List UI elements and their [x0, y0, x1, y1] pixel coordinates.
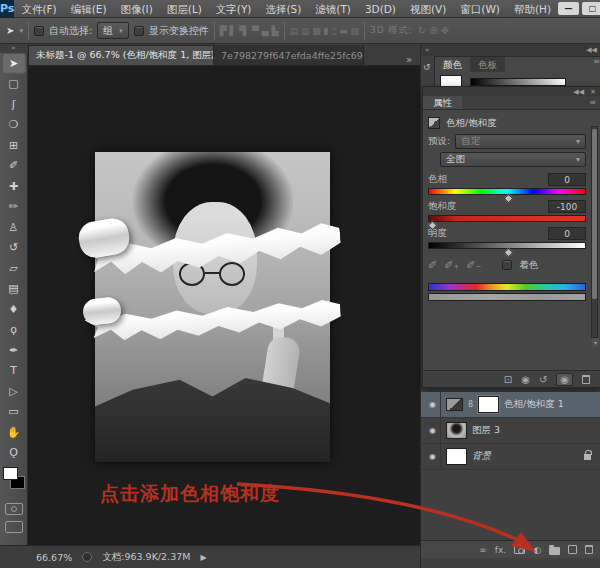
scrollbar-down-arrow-icon[interactable]: ▾: [592, 338, 599, 347]
subtract-sample-eyedropper-icon[interactable]: ✐₋: [466, 259, 481, 272]
dock-collapse-icon[interactable]: ◀◀: [586, 46, 597, 54]
healing-brush-tool[interactable]: ✚: [2, 176, 26, 197]
layer-mask-thumbnail[interactable]: [478, 396, 499, 413]
crop-tool[interactable]: ⊞: [2, 135, 26, 156]
visibility-eye-icon[interactable]: ◉: [556, 373, 573, 386]
tab-properties[interactable]: 属性: [423, 96, 462, 109]
marquee-tool[interactable]: ▢: [2, 74, 26, 95]
layer-visibility-eye-icon[interactable]: ◉: [425, 444, 441, 470]
panel-menu-icon[interactable]: ≡: [589, 96, 600, 109]
menu-file[interactable]: 文件(F): [14, 0, 63, 18]
scrollbar-thumb[interactable]: [592, 129, 597, 299]
layer-thumbnail[interactable]: [446, 448, 467, 465]
tab-swatches[interactable]: 色板: [470, 57, 505, 72]
previous-state-eye-icon[interactable]: ◉: [521, 374, 530, 385]
panel-dock: » ◀◀ ↺ 颜色 色板 ≡ ◀◀ ✕ 属性 ≡: [420, 44, 600, 568]
dodge-tool[interactable]: ϙ: [2, 320, 26, 341]
preset-value: 自定: [461, 135, 480, 148]
canvas-area[interactable]: [28, 66, 420, 545]
menu-select[interactable]: 选择(S): [258, 0, 308, 18]
sample-eyedropper-icon[interactable]: ✐: [428, 259, 437, 272]
type-tool[interactable]: T: [2, 361, 26, 382]
properties-scrollbar[interactable]: ▾: [591, 126, 598, 338]
add-sample-eyedropper-icon[interactable]: ✐₊: [444, 259, 459, 272]
add-layer-mask-icon[interactable]: [514, 545, 525, 554]
new-group-icon[interactable]: [549, 547, 560, 555]
link-layers-icon[interactable]: ∞: [479, 545, 487, 555]
lasso-tool[interactable]: ʃ: [2, 94, 26, 115]
layer-row-background[interactable]: ◉ 背景: [421, 444, 600, 470]
blur-tool[interactable]: ♦: [2, 299, 26, 320]
document-tab-inactive[interactable]: 7e798279f647efda4ffe25fc69ae3: [214, 45, 364, 65]
lightness-value-field[interactable]: 0: [548, 227, 586, 240]
menu-layer[interactable]: 图层(L): [160, 0, 209, 18]
lightness-slider[interactable]: [428, 242, 586, 249]
maximize-button[interactable]: □: [582, 2, 600, 15]
layer-name[interactable]: 背景: [472, 450, 491, 463]
menu-image[interactable]: 图像(I): [113, 0, 159, 18]
zoom-level[interactable]: 66.67%: [36, 552, 72, 563]
tool-preset-caret-icon[interactable]: ▾: [19, 27, 23, 35]
pen-tool[interactable]: ✒: [2, 340, 26, 361]
layer-row-layer-3[interactable]: ◉ 图层 3: [421, 418, 600, 444]
menu-type[interactable]: 文字(Y): [209, 0, 259, 18]
mask-link-icon[interactable]: 8: [468, 400, 473, 409]
colorize-checkbox[interactable]: [502, 260, 512, 270]
new-layer-icon[interactable]: [568, 545, 577, 554]
layer-style-fx-icon[interactable]: fx.: [495, 545, 506, 555]
toolbar-collapse-icon[interactable]: »: [0, 44, 28, 53]
tab-overflow-icon[interactable]: »: [406, 54, 420, 65]
menu-help[interactable]: 帮助(H): [507, 0, 558, 18]
tab-color[interactable]: 颜色: [435, 57, 470, 72]
adjustment-layer-thumbnail[interactable]: [446, 398, 463, 411]
layer-name[interactable]: 色相/饱和度 1: [504, 398, 564, 411]
layer-row-hue-saturation-1[interactable]: ◉ 8 色相/饱和度 1: [421, 392, 600, 418]
menu-view[interactable]: 视图(V): [403, 0, 453, 18]
hue-value-field[interactable]: 0: [548, 173, 586, 186]
status-menu-arrow-icon[interactable]: ▶: [200, 553, 206, 562]
move-tool[interactable]: ➤: [2, 53, 26, 74]
delete-adjustment-trash-icon[interactable]: [582, 375, 590, 384]
document-tab-active[interactable]: 未标题-1 @ 66.7% (色相/饱和度 1, 图层蒙版/8)* ×: [28, 45, 214, 65]
panel-close-icon[interactable]: ✕: [590, 88, 596, 96]
screen-mode-button[interactable]: [5, 521, 23, 533]
minimize-button[interactable]: —: [558, 2, 579, 15]
clone-stamp-tool[interactable]: ♙: [2, 217, 26, 238]
hand-tool[interactable]: ✋: [2, 422, 26, 443]
panel-menu-icon[interactable]: ≡: [593, 57, 600, 72]
hue-slider[interactable]: [428, 188, 586, 195]
reset-icon[interactable]: ↺: [539, 374, 547, 385]
gradient-tool[interactable]: ▤: [2, 279, 26, 300]
channel-dropdown[interactable]: 全图 ▾: [440, 152, 586, 167]
layer-name[interactable]: 图层 3: [472, 424, 500, 437]
show-transform-checkbox[interactable]: [134, 26, 144, 36]
preset-dropdown[interactable]: 自定 ▾: [455, 134, 586, 149]
brush-tool[interactable]: ✏: [2, 197, 26, 218]
new-adjustment-layer-icon[interactable]: ◐: [533, 545, 541, 555]
quick-mask-button[interactable]: [5, 503, 23, 515]
saturation-value-field[interactable]: -100: [548, 200, 586, 213]
clip-to-layer-icon[interactable]: ⊡: [504, 374, 512, 385]
path-selection-tool[interactable]: ▷: [2, 381, 26, 402]
history-brush-tool[interactable]: ↺: [2, 238, 26, 259]
delete-layer-trash-icon[interactable]: [585, 545, 593, 554]
menu-window[interactable]: 窗口(W): [453, 0, 507, 18]
menu-3d[interactable]: 3D(D): [358, 0, 403, 18]
auto-select-target-dropdown[interactable]: 组 ▾: [97, 22, 129, 39]
auto-select-checkbox[interactable]: [34, 26, 44, 36]
menu-filter[interactable]: 滤镜(T): [308, 0, 358, 18]
menu-edit[interactable]: 编辑(E): [64, 0, 114, 18]
shape-tool[interactable]: ▭: [2, 402, 26, 423]
saturation-slider[interactable]: [428, 215, 586, 222]
eyedropper-tool[interactable]: ✐: [2, 156, 26, 177]
quick-selection-tool[interactable]: ❍: [2, 115, 26, 136]
zoom-tool[interactable]: Ǫ: [2, 443, 26, 464]
dock-expand-icon[interactable]: »: [425, 46, 429, 54]
eraser-tool[interactable]: ▱: [2, 258, 26, 279]
layer-visibility-eye-icon[interactable]: ◉: [425, 418, 441, 444]
grayscale-ramp[interactable]: [470, 78, 566, 86]
layer-visibility-eye-icon[interactable]: ◉: [425, 392, 441, 418]
layer-thumbnail[interactable]: [446, 422, 467, 439]
panel-collapse-icon[interactable]: ◀◀: [573, 88, 584, 96]
foreground-color-swatch[interactable]: [3, 467, 18, 480]
